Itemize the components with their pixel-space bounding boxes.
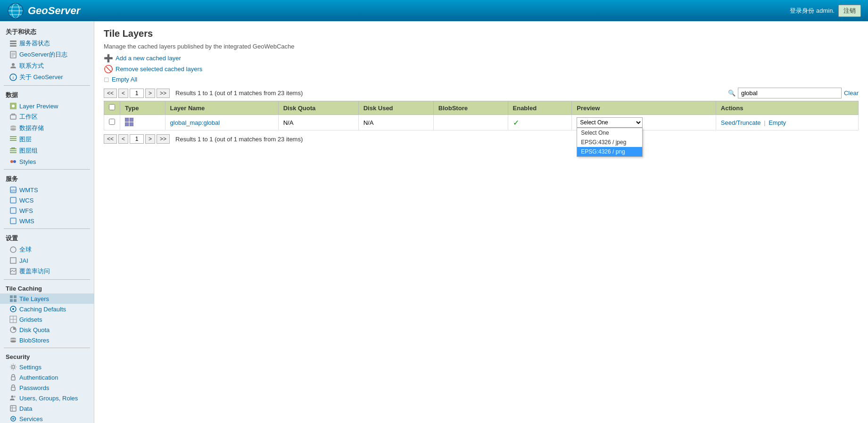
sidebar-label: 服务器状态 — [19, 39, 50, 48]
sidebar-item-datastore[interactable]: 数据存储 — [0, 122, 94, 134]
sidebar-item-layers[interactable]: 图层 — [0, 134, 94, 145]
sidebar-label: Tile Layers — [19, 295, 49, 302]
sidebar-item-global[interactable]: 全球 — [0, 244, 94, 255]
sidebar-item-tile-layers[interactable]: Tile Layers — [0, 293, 94, 304]
sidebar-label: GeoServer的日志 — [19, 50, 67, 59]
sidebar-item-wcs[interactable]: WCS — [0, 195, 94, 205]
sidebar-label: 覆盖率访问 — [19, 267, 50, 276]
sidebar-item-settings[interactable]: Settings — [0, 362, 94, 372]
svg-rect-37 — [10, 258, 16, 263]
sidebar-label: WMTS — [19, 187, 38, 194]
header-disk-used: Disk Used — [358, 101, 433, 115]
remove-cached-layers-link[interactable]: 🚫 Remove selected cached layers — [104, 65, 859, 73]
sidebar-label: JAI — [19, 257, 28, 264]
svg-rect-63 — [125, 122, 129, 126]
sidebar-item-layer-preview[interactable]: Layer Preview — [0, 101, 94, 111]
wcs-icon — [9, 196, 17, 204]
divider-5 — [4, 348, 90, 348]
add-cached-layer-link[interactable]: ➕ Add a new cached layer — [104, 54, 859, 63]
sidebar-item-blobstores[interactable]: BlobStores — [0, 335, 94, 345]
svg-rect-41 — [10, 299, 13, 302]
tilelayer-icon — [9, 295, 17, 302]
preview-select[interactable]: Select One EPSG:4326 / jpeg EPSG:4326 / … — [577, 117, 643, 128]
sidebar-section-data: 数据 — [0, 88, 94, 101]
sidebar-item-authentication[interactable]: Authentication — [0, 372, 94, 382]
sidebar-item-services[interactable]: Services — [0, 414, 94, 423]
page-number-input[interactable] — [130, 89, 144, 98]
first-page-btn[interactable]: << — [104, 89, 117, 98]
row-preview-cell: Select One EPSG:4326 / jpeg EPSG:4326 / … — [572, 115, 716, 130]
datastore-icon — [9, 124, 17, 132]
svg-rect-61 — [125, 118, 129, 122]
sidebar-item-jai[interactable]: JAI — [0, 255, 94, 266]
empty-layer-link[interactable]: Empty — [769, 119, 786, 126]
sidebar-section-tilecaching: Tile Caching — [0, 282, 94, 293]
divider-3 — [4, 228, 90, 229]
row-checkbox-cell — [104, 115, 120, 130]
svg-rect-23 — [10, 140, 17, 141]
logout-button[interactable]: 注销 — [838, 5, 861, 17]
seed-truncate-link[interactable]: Seed/Truncate — [721, 119, 761, 126]
sidebar-item-wfs[interactable]: WFS — [0, 205, 94, 216]
tile-layers-table: Type Layer Name Disk Quota Disk Used Blo… — [104, 101, 859, 130]
sidebar-item-wmts[interactable]: WMT WMTS — [0, 185, 94, 195]
dropdown-item-select-one[interactable]: Select One — [577, 128, 642, 138]
sidebar-item-contact[interactable]: 联系方式 — [0, 60, 94, 72]
sidebar-item-gridsets[interactable]: Gridsets — [0, 314, 94, 325]
sidebar-item-passwords[interactable]: Passwords — [0, 382, 94, 393]
sidebar-label: 工作区 — [19, 113, 38, 121]
sidebar-item-wms[interactable]: WMS — [0, 216, 94, 226]
sidebar-label: WCS — [19, 197, 33, 204]
page-description: Manage the cached layers published by th… — [104, 43, 859, 50]
prev-page-btn[interactable]: < — [118, 89, 128, 98]
svg-text:WMT: WMT — [10, 189, 17, 192]
next-page-btn[interactable]: > — [145, 89, 155, 98]
sidebar-item-users-groups-roles[interactable]: Users, Groups, Roles — [0, 393, 94, 403]
sidebar-label: Settings — [19, 364, 41, 371]
select-all-checkbox[interactable] — [109, 104, 115, 110]
sidebar-item-caching-defaults[interactable]: Caching Defaults — [0, 304, 94, 314]
sidebar-item-layergroup[interactable]: 图层组 — [0, 145, 94, 156]
row-select-checkbox[interactable] — [109, 119, 115, 125]
sidebar-item-disk-quota[interactable]: Disk Quota — [0, 325, 94, 335]
next-page-btn-bottom[interactable]: > — [145, 134, 155, 144]
result-count-text: Results 1 to 1 (out of 1 matches from 23… — [175, 89, 303, 97]
sidebar-item-geoserver-log[interactable]: GeoServer的日志 — [0, 49, 94, 60]
empty-all-link[interactable]: ◻ Empty All — [104, 75, 859, 83]
settings-icon — [9, 363, 17, 371]
svg-rect-35 — [10, 218, 16, 224]
enabled-checkmark: ✓ — [513, 119, 519, 127]
sidebar-label: 联系方式 — [19, 62, 44, 70]
svg-rect-26 — [10, 150, 17, 151]
svg-point-36 — [10, 247, 16, 252]
header-disk-quota: Disk Quota — [278, 101, 358, 115]
log-icon — [9, 51, 17, 58]
last-page-btn[interactable]: >> — [157, 89, 170, 98]
sidebar-label: WFS — [19, 207, 33, 214]
sidebar-item-workspace[interactable]: 工作区 — [0, 111, 94, 122]
last-page-btn-bottom[interactable]: >> — [157, 134, 170, 144]
svg-rect-33 — [10, 197, 16, 203]
layer-name-link[interactable]: global_map:global — [170, 119, 220, 126]
page-number-input-bottom[interactable] — [130, 134, 144, 144]
row-type-cell — [120, 115, 165, 130]
sidebar-item-data[interactable]: Data — [0, 403, 94, 414]
sidebar-label: Services — [19, 415, 43, 423]
data-icon — [9, 405, 17, 412]
svg-rect-64 — [130, 122, 133, 126]
sidebar-item-about[interactable]: i 关于 GeoServer — [0, 72, 94, 83]
search-icon: 🔍 — [728, 89, 736, 97]
sidebar-item-styles[interactable]: Styles — [0, 156, 94, 167]
first-page-btn-bottom[interactable]: << — [104, 134, 117, 144]
search-input[interactable] — [738, 88, 842, 98]
dropdown-item-jpeg[interactable]: EPSG:4326 / jpeg — [577, 138, 642, 147]
search-box: 🔍 Clear — [728, 88, 859, 98]
prev-page-btn-bottom[interactable]: < — [118, 134, 128, 144]
sidebar-item-coverage[interactable]: 覆盖率访问 — [0, 266, 94, 277]
dropdown-item-png[interactable]: EPSG:4326 / png — [577, 147, 642, 156]
header-type: Type — [120, 101, 165, 115]
about-icon: i — [9, 73, 17, 81]
clear-search-link[interactable]: Clear — [844, 89, 859, 97]
sidebar-item-server-status[interactable]: 服务器状态 — [0, 38, 94, 49]
table-row: global_map:global N/A N/A ✓ Select One E… — [104, 115, 859, 130]
